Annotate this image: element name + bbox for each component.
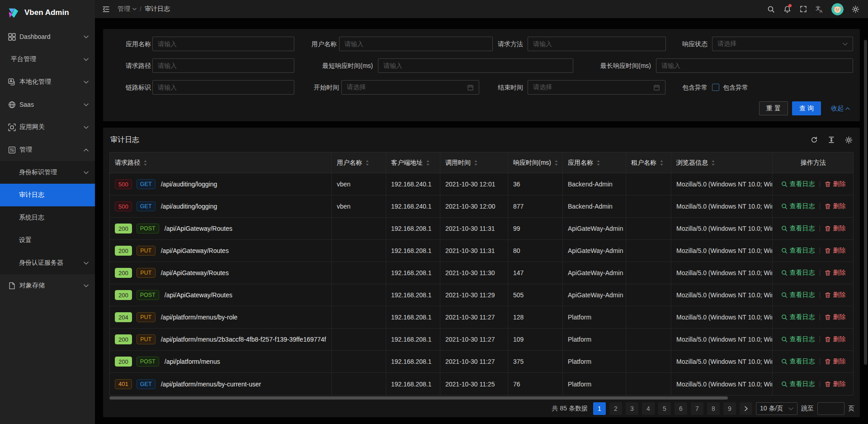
storage-icon <box>8 282 16 290</box>
view-log-button[interactable]: 查看日志 <box>781 202 815 210</box>
vertical-scrollbar[interactable] <box>864 40 867 365</box>
user-name-header[interactable]: 用户名称 <box>332 152 386 173</box>
include-exception-checkbox[interactable] <box>712 84 719 91</box>
search-button[interactable] <box>763 1 779 17</box>
call-time-cell: 2021-10-30 11:27 <box>440 351 508 372</box>
view-log-button[interactable]: 查看日志 <box>781 247 815 255</box>
response-time-header[interactable]: 响应时间(ms) <box>508 152 563 173</box>
sidebar-item-system-log[interactable]: 系统日志 <box>0 206 95 229</box>
view-log-button[interactable]: 查看日志 <box>781 291 815 299</box>
delete-button[interactable]: 删除 <box>825 335 846 343</box>
sidebar-item-label: Dashboard <box>19 33 84 40</box>
page-size-label: 10 条/页 <box>760 405 783 413</box>
request-method-input[interactable] <box>528 37 666 51</box>
delete-button[interactable]: 删除 <box>825 202 846 210</box>
include-exception-label: 包含异常 <box>652 80 708 95</box>
tenant-name-header[interactable]: 租户名称 <box>626 152 671 173</box>
translate-button[interactable]: 文A <box>811 1 828 17</box>
status-badge: 500 <box>115 179 132 189</box>
page-button-4[interactable]: 4 <box>642 402 655 415</box>
page-size-select[interactable]: 10 条/页 <box>756 402 797 415</box>
delete-button[interactable]: 删除 <box>825 180 846 188</box>
avatar[interactable] <box>831 3 844 15</box>
tenant-name-cell <box>626 373 671 395</box>
view-log-button[interactable]: 查看日志 <box>781 380 815 388</box>
call-time-cell: 2021-10-30 11:30 <box>440 262 508 284</box>
call-time-cell: 2021-10-30 11:29 <box>440 284 508 306</box>
app-name-header[interactable]: 应用名称 <box>563 152 626 173</box>
fullscreen-button[interactable] <box>795 1 811 17</box>
page-button-9[interactable]: 9 <box>723 402 736 415</box>
actions-header: 操作方法 <box>773 152 854 173</box>
view-log-button[interactable]: 查看日志 <box>781 313 815 321</box>
page-button-7[interactable]: 7 <box>691 402 703 415</box>
pagination-next-button[interactable] <box>740 402 752 415</box>
page-button-1[interactable]: 1 <box>593 402 606 415</box>
start-time-date-picker[interactable]: 请选择 <box>341 80 479 95</box>
reset-button[interactable]: 重 置 <box>759 101 788 115</box>
sidebar-item-dashboard[interactable]: Dashboard <box>0 25 95 48</box>
delete-button[interactable]: 删除 <box>825 224 846 233</box>
sidebar-item-identity[interactable]: 身份标识管理 <box>0 161 95 184</box>
view-log-button[interactable]: 查看日志 <box>781 224 815 233</box>
notification-button[interactable] <box>779 1 795 17</box>
sidebar-item-auth-server[interactable]: 身份认证服务器 <box>0 252 95 274</box>
app-name-input[interactable] <box>152 37 294 51</box>
collapse-filter-button[interactable]: 收起 <box>826 101 855 115</box>
trace-id-input[interactable] <box>152 80 294 95</box>
sidebar-item-saas[interactable]: Saas <box>0 93 95 116</box>
view-log-button[interactable]: 查看日志 <box>781 335 815 343</box>
column-height-button[interactable] <box>828 136 835 143</box>
sidebar-item-settings[interactable]: 设置 <box>0 229 95 252</box>
chevron-down-icon <box>84 171 89 174</box>
sidebar-item-gateway[interactable]: 应用网关 <box>0 116 95 138</box>
refresh-button[interactable] <box>811 136 818 143</box>
sidebar-item-audit-log[interactable]: 审计日志 <box>0 184 95 206</box>
request-path-input[interactable] <box>152 58 294 73</box>
page-button-8[interactable]: 8 <box>707 402 720 415</box>
sidebar-item-management[interactable]: 管理 <box>0 138 95 161</box>
view-log-button[interactable]: 查看日志 <box>781 269 815 277</box>
delete-button[interactable]: 删除 <box>825 380 846 388</box>
request-path-header[interactable]: 请求路径 <box>110 152 332 173</box>
content-area: 应用名称用户名称请求方法响应状态请选择请求路径最短响应时间(ms)最长响应时间(… <box>95 18 868 424</box>
page-button-6[interactable]: 6 <box>675 402 687 415</box>
status-badge: 200 <box>115 268 132 278</box>
query-button[interactable]: 查 询 <box>792 101 821 115</box>
page-button-5[interactable]: 5 <box>658 402 671 415</box>
page-button-2[interactable]: 2 <box>609 402 622 415</box>
method-badge: PUT <box>137 334 156 344</box>
client-ip-header[interactable]: 客户端地址 <box>386 152 440 173</box>
max-response-time-input[interactable] <box>656 58 853 73</box>
sidebar-item-platform[interactable]: 平台管理 <box>0 48 95 71</box>
response-status-select[interactable]: 请选择 <box>712 37 853 51</box>
settings-button[interactable] <box>845 136 853 144</box>
delete-button[interactable]: 删除 <box>825 313 846 321</box>
page-button-3[interactable]: 3 <box>626 402 638 415</box>
delete-button[interactable]: 删除 <box>825 291 846 299</box>
horizontal-scrollbar[interactable] <box>109 396 728 400</box>
breadcrumb-parent[interactable]: 管理 <box>118 5 137 13</box>
min-response-time-input[interactable] <box>378 58 573 73</box>
browser-info-header[interactable]: 浏览器信息 <box>671 152 773 173</box>
logo[interactable]: Vben Admin <box>0 0 95 25</box>
saas-icon <box>8 101 16 109</box>
sidebar-item-localization[interactable]: 本地化管理 <box>0 71 95 93</box>
sidebar-collapse-button[interactable] <box>98 1 114 17</box>
tenant-name-cell <box>626 329 671 350</box>
column-label: 浏览器信息 <box>676 159 708 167</box>
call-time-header[interactable]: 调用时间 <box>440 152 508 173</box>
actions-cell: 查看日志删除 <box>773 195 854 217</box>
sidebar-item-object-storage[interactable]: 对象存储 <box>0 274 95 297</box>
chevron-down-icon <box>84 103 89 106</box>
settings-button[interactable] <box>847 1 863 17</box>
delete-button[interactable]: 删除 <box>825 247 846 255</box>
response-time-cell: 109 <box>508 329 563 350</box>
view-log-button[interactable]: 查看日志 <box>781 180 815 188</box>
delete-button[interactable]: 删除 <box>825 357 846 366</box>
request-path-cell: 200POST/api/ApiGateway/Routes <box>110 284 332 306</box>
view-log-button[interactable]: 查看日志 <box>781 357 815 366</box>
end-time-date-picker[interactable]: 请选择 <box>528 80 665 95</box>
jump-page-input[interactable] <box>817 402 844 415</box>
delete-button[interactable]: 删除 <box>825 269 846 277</box>
